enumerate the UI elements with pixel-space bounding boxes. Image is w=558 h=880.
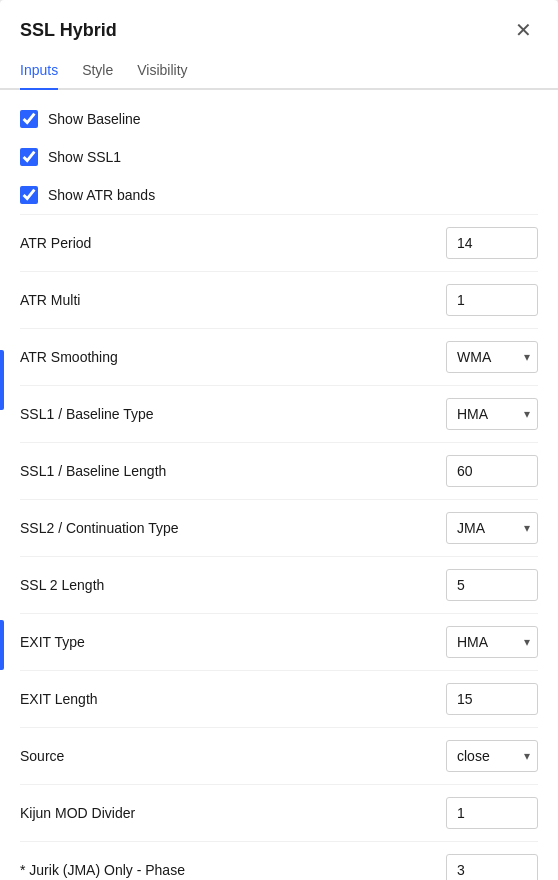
tab-inputs[interactable]: Inputs <box>20 54 58 90</box>
show-baseline-checkbox[interactable] <box>20 110 38 128</box>
field-ssl2-continuation-type: SSL2 / Continuation Type JMAHMAEMASMA ▾ <box>20 499 538 556</box>
ssl1-baseline-length-input[interactable] <box>446 455 538 487</box>
exit-type-label: EXIT Type <box>20 634 446 650</box>
exit-type-select[interactable]: HMAEMASMAJMA <box>446 626 538 658</box>
ssl2-continuation-type-select[interactable]: JMAHMAEMASMA <box>446 512 538 544</box>
atr-smoothing-label: ATR Smoothing <box>20 349 446 365</box>
checkbox-show-baseline: Show Baseline <box>20 100 538 138</box>
ssl1-baseline-type-label: SSL1 / Baseline Type <box>20 406 446 422</box>
close-button[interactable]: ✕ <box>509 16 538 44</box>
field-atr-smoothing: ATR Smoothing WMAEMASMARMA ▾ <box>20 328 538 385</box>
accent-bar-left <box>0 350 4 410</box>
inputs-content: Show Baseline Show SSL1 Show ATR bands A… <box>0 90 558 880</box>
atr-smoothing-select-wrapper: WMAEMASMARMA ▾ <box>446 341 538 373</box>
source-select[interactable]: closeopenhighlowhl2hlc3 <box>446 740 538 772</box>
atr-period-label: ATR Period <box>20 235 446 251</box>
field-exit-type: EXIT Type HMAEMASMAJMA ▾ <box>20 613 538 670</box>
ssl1-baseline-type-select-wrapper: HMAEMASMAJMAWMA ▾ <box>446 398 538 430</box>
field-source: Source closeopenhighlowhl2hlc3 ▾ <box>20 727 538 784</box>
field-ssl1-baseline-type: SSL1 / Baseline Type HMAEMASMAJMAWMA ▾ <box>20 385 538 442</box>
ssl-hybrid-dialog: SSL Hybrid ✕ Inputs Style Visibility Sho… <box>0 0 558 880</box>
atr-multi-input[interactable] <box>446 284 538 316</box>
exit-type-select-wrapper: HMAEMASMAJMA ▾ <box>446 626 538 658</box>
field-ssl1-baseline-length: SSL1 / Baseline Length <box>20 442 538 499</box>
show-ssl1-checkbox[interactable] <box>20 148 38 166</box>
source-select-wrapper: closeopenhighlowhl2hlc3 ▾ <box>446 740 538 772</box>
field-kijun-mod-divider: Kijun MOD Divider <box>20 784 538 841</box>
exit-length-input[interactable] <box>446 683 538 715</box>
show-ssl1-label[interactable]: Show SSL1 <box>48 149 121 165</box>
jurik-phase-label: * Jurik (JMA) Only - Phase <box>20 862 446 878</box>
atr-smoothing-select[interactable]: WMAEMASMARMA <box>446 341 538 373</box>
field-exit-length: EXIT Length <box>20 670 538 727</box>
show-baseline-label[interactable]: Show Baseline <box>48 111 141 127</box>
field-jurik-phase: * Jurik (JMA) Only - Phase <box>20 841 538 880</box>
field-ssl2-length: SSL 2 Length <box>20 556 538 613</box>
ssl2-length-input[interactable] <box>446 569 538 601</box>
tab-visibility[interactable]: Visibility <box>137 54 187 90</box>
show-atr-bands-label[interactable]: Show ATR bands <box>48 187 155 203</box>
ssl2-continuation-type-label: SSL2 / Continuation Type <box>20 520 446 536</box>
dialog-title: SSL Hybrid <box>20 20 117 41</box>
checkbox-show-atr-bands: Show ATR bands <box>20 176 538 214</box>
field-atr-period: ATR Period <box>20 214 538 271</box>
ssl1-baseline-type-select[interactable]: HMAEMASMAJMAWMA <box>446 398 538 430</box>
ssl2-length-label: SSL 2 Length <box>20 577 446 593</box>
source-label: Source <box>20 748 446 764</box>
kijun-mod-divider-label: Kijun MOD Divider <box>20 805 446 821</box>
field-atr-multi: ATR Multi <box>20 271 538 328</box>
show-atr-bands-checkbox[interactable] <box>20 186 38 204</box>
exit-length-label: EXIT Length <box>20 691 446 707</box>
dialog-header: SSL Hybrid ✕ <box>0 0 558 44</box>
jurik-phase-input[interactable] <box>446 854 538 880</box>
checkbox-show-ssl1: Show SSL1 <box>20 138 538 176</box>
kijun-mod-divider-input[interactable] <box>446 797 538 829</box>
tabs-bar: Inputs Style Visibility <box>0 44 558 90</box>
atr-period-input[interactable] <box>446 227 538 259</box>
tab-style[interactable]: Style <box>82 54 113 90</box>
accent-bar-left2 <box>0 620 4 670</box>
atr-multi-label: ATR Multi <box>20 292 446 308</box>
ssl2-continuation-type-select-wrapper: JMAHMAEMASMA ▾ <box>446 512 538 544</box>
ssl1-baseline-length-label: SSL1 / Baseline Length <box>20 463 446 479</box>
